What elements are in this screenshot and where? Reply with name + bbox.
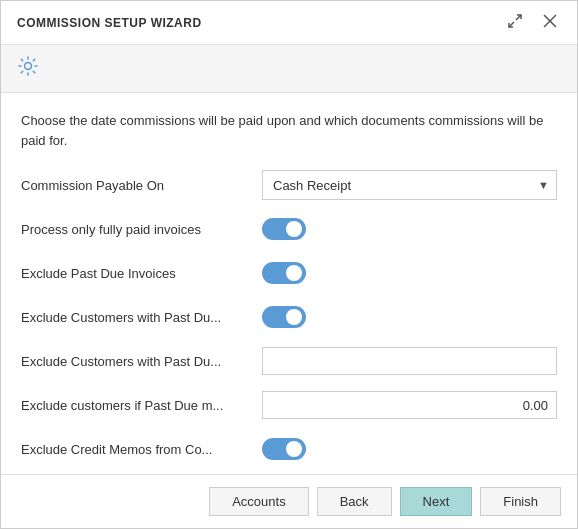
next-button[interactable]: Next <box>400 487 473 516</box>
row-label-area: Commission Payable On <box>21 178 262 193</box>
row-label-area-3: Exclude Past Due Invoices <box>21 266 262 281</box>
toggle-slider-exclude-customers-1 <box>262 306 306 328</box>
toggle-slider-exclude-credit-memos <box>262 438 306 460</box>
finish-button[interactable]: Finish <box>480 487 561 516</box>
control-exclude-customers-1 <box>262 306 557 328</box>
back-button[interactable]: Back <box>317 487 392 516</box>
row-label-area-4: Exclude Customers with Past Du... <box>21 310 262 325</box>
label-process-fully-paid: Process only fully paid invoices <box>21 222 261 237</box>
label-exclude-customers-1: Exclude Customers with Past Du... <box>21 310 261 325</box>
toggle-slider-exclude-past-due <box>262 262 306 284</box>
wizard-body: Choose the date commissions will be paid… <box>1 93 577 474</box>
wizard-icon-bar <box>1 45 577 93</box>
toggle-exclude-credit-memos[interactable] <box>262 438 306 460</box>
row-label-area-7: Exclude Credit Memos from Co... <box>21 442 262 457</box>
row-label-area-5: Exclude Customers with Past Du... <box>21 354 262 369</box>
control-exclude-credit-memos <box>262 438 557 460</box>
select-wrapper: Cash Receipt Invoice Date Due Date ▼ <box>262 170 557 200</box>
control-exclude-past-due <box>262 262 557 284</box>
control-exclude-customers-2 <box>262 347 557 375</box>
label-commission-payable-on: Commission Payable On <box>21 178 261 193</box>
toggle-slider-process-fully-paid <box>262 218 306 240</box>
toggle-exclude-customers-1[interactable] <box>262 306 306 328</box>
form-row-process-fully-paid: Process only fully paid invoices <box>21 214 557 244</box>
row-label-area-2: Process only fully paid invoices <box>21 222 262 237</box>
form-row-exclude-past-due: Exclude Past Due Invoices <box>21 258 557 288</box>
svg-point-4 <box>25 63 32 70</box>
form-row-exclude-customers-2: Exclude Customers with Past Du... <box>21 346 557 376</box>
header-icons <box>503 11 561 34</box>
close-button[interactable] <box>539 11 561 34</box>
accounts-button[interactable]: Accounts <box>209 487 308 516</box>
gear-icon <box>17 59 39 81</box>
label-exclude-customers-2: Exclude Customers with Past Du... <box>21 354 261 369</box>
control-exclude-customers-m <box>262 391 557 419</box>
wizard-footer: Accounts Back Next Finish <box>1 474 577 528</box>
label-exclude-customers-m: Exclude customers if Past Due m... <box>21 398 261 413</box>
description-text: Choose the date commissions will be paid… <box>21 111 557 150</box>
wizard-title: COMMISSION SETUP WIZARD <box>17 16 202 30</box>
exclude-customers-text-input[interactable] <box>262 347 557 375</box>
commission-payable-on-select[interactable]: Cash Receipt Invoice Date Due Date <box>262 170 557 200</box>
wizard-header: COMMISSION SETUP WIZARD <box>1 1 577 45</box>
wizard-container: COMMISSION SETUP WIZARD <box>0 0 578 529</box>
toggle-process-fully-paid[interactable] <box>262 218 306 240</box>
expand-button[interactable] <box>503 11 527 34</box>
label-exclude-credit-memos: Exclude Credit Memos from Co... <box>21 442 261 457</box>
form-row-commission-payable-on: Commission Payable On Cash Receipt Invoi… <box>21 170 557 200</box>
control-process-fully-paid <box>262 218 557 240</box>
label-exclude-past-due: Exclude Past Due Invoices <box>21 266 261 281</box>
row-label-area-6: Exclude customers if Past Due m... <box>21 398 262 413</box>
toggle-exclude-past-due[interactable] <box>262 262 306 284</box>
control-commission-payable-on: Cash Receipt Invoice Date Due Date ▼ <box>262 170 557 200</box>
form-row-exclude-customers-m: Exclude customers if Past Due m... <box>21 390 557 420</box>
exclude-customers-number-input[interactable] <box>262 391 557 419</box>
form-row-exclude-credit-memos: Exclude Credit Memos from Co... <box>21 434 557 464</box>
form-row-exclude-customers-1: Exclude Customers with Past Du... <box>21 302 557 332</box>
